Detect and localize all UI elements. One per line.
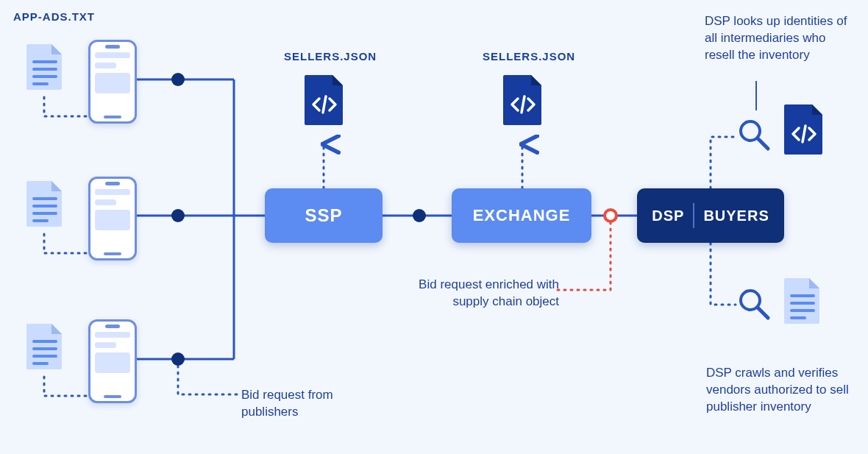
dsp-buyers-box: DSP BUYERS: [637, 188, 784, 243]
magnifier-lookup-icon: [737, 118, 771, 152]
ssp-label: SSP: [305, 205, 342, 226]
dsp-crawls-callout: DSP crawls and verifies vendors authoriz…: [706, 365, 853, 416]
ssp-exchange-node: [413, 209, 426, 222]
app-ads-doc-3: [25, 322, 65, 371]
exchange-box: EXCHANGE: [452, 188, 591, 243]
sellers-json-ssp-label: SELLERS.JSON: [284, 50, 377, 63]
publisher-app-1: [88, 40, 137, 124]
sellers-json-exchange-label: SELLERS.JSON: [483, 50, 575, 63]
dsp-label: DSP: [652, 208, 684, 224]
bid-request-publishers-callout: Bid request from publishers: [241, 387, 374, 421]
branch-node-1: [171, 73, 185, 86]
publisher-app-2: [88, 177, 137, 260]
app-ads-doc-dsp: [783, 277, 822, 325]
magnifier-crawl-icon: [737, 287, 771, 321]
sellers-json-doc-ssp: [303, 74, 346, 127]
exchange-label: EXCHANGE: [473, 206, 571, 225]
app-ads-doc-2: [25, 180, 65, 228]
branch-node-3: [171, 352, 185, 366]
dsp-buyers-separator: [693, 203, 694, 228]
publisher-app-3: [88, 319, 137, 403]
sellers-json-doc-dsp: [783, 103, 825, 156]
app-ads-doc-1: [25, 43, 65, 91]
diagram-root: APP-ADS.TXT SELLERS.JSON SELLERS.JSON SS…: [0, 0, 868, 454]
supply-chain-object-node: [603, 208, 618, 223]
app-ads-txt-label: APP-ADS.TXT: [13, 10, 95, 23]
buyers-label: BUYERS: [703, 208, 769, 224]
sellers-json-doc-exchange: [502, 74, 544, 127]
svg-line-18: [758, 308, 768, 318]
bid-request-enriched-callout: Bid request enriched with supply chain o…: [397, 277, 559, 311]
dsp-lookup-callout: DSP looks up identities of all intermedi…: [705, 13, 852, 64]
branch-node-2: [171, 209, 185, 222]
ssp-box: SSP: [265, 188, 383, 243]
svg-line-15: [758, 138, 768, 149]
